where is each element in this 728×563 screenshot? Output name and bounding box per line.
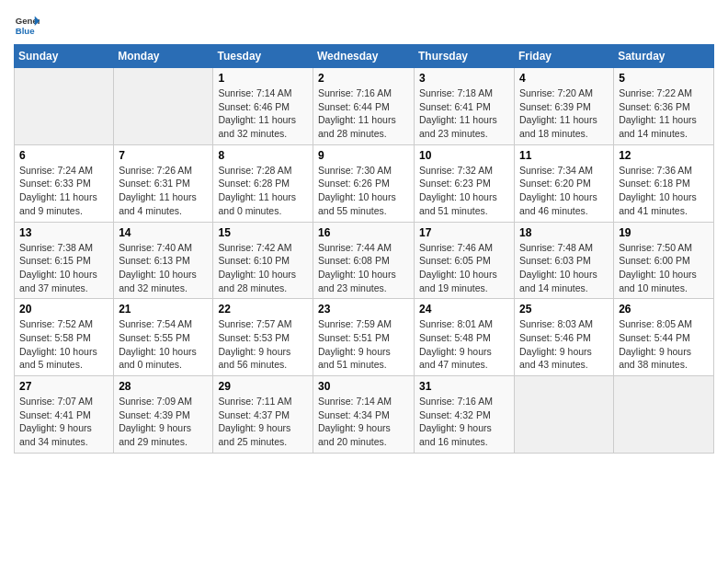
day-number: 4 (519, 72, 609, 85)
day-info: Sunrise: 7:57 AM Sunset: 5:53 PM Dayligh… (218, 317, 308, 372)
day-info: Sunrise: 7:38 AM Sunset: 6:15 PM Dayligh… (19, 241, 108, 295)
day-cell: 15Sunrise: 7:42 AM Sunset: 6:10 PM Dayli… (213, 222, 313, 299)
day-number: 17 (419, 226, 509, 239)
day-info: Sunrise: 7:26 AM Sunset: 6:31 PM Dayligh… (119, 164, 208, 218)
day-number: 8 (218, 149, 308, 162)
week-row-3: 13Sunrise: 7:38 AM Sunset: 6:15 PM Dayli… (15, 222, 714, 299)
day-info: Sunrise: 7:16 AM Sunset: 6:44 PM Dayligh… (318, 86, 409, 141)
day-cell: 1Sunrise: 7:14 AM Sunset: 6:46 PM Daylig… (213, 68, 313, 145)
day-cell: 16Sunrise: 7:44 AM Sunset: 6:08 PM Dayli… (313, 222, 415, 299)
day-number: 26 (619, 303, 709, 316)
day-info: Sunrise: 7:11 AM Sunset: 4:37 PM Dayligh… (218, 395, 308, 449)
day-cell: 6Sunrise: 7:24 AM Sunset: 6:33 PM Daylig… (15, 144, 114, 222)
day-cell: 2Sunrise: 7:16 AM Sunset: 6:44 PM Daylig… (313, 68, 415, 145)
logo-icon: General Blue (14, 13, 40, 39)
day-number: 23 (318, 303, 409, 316)
day-cell: 24Sunrise: 8:01 AM Sunset: 5:48 PM Dayli… (415, 299, 515, 376)
day-info: Sunrise: 7:44 AM Sunset: 6:08 PM Dayligh… (318, 241, 409, 295)
day-cell: 28Sunrise: 7:09 AM Sunset: 4:39 PM Dayli… (114, 376, 213, 454)
day-cell: 20Sunrise: 7:52 AM Sunset: 5:58 PM Dayli… (15, 299, 114, 376)
column-header-tuesday: Tuesday (213, 45, 313, 68)
day-cell: 7Sunrise: 7:26 AM Sunset: 6:31 PM Daylig… (114, 144, 213, 222)
logo: General Blue (14, 13, 43, 39)
day-cell: 25Sunrise: 8:03 AM Sunset: 5:46 PM Dayli… (515, 299, 614, 376)
day-info: Sunrise: 7:20 AM Sunset: 6:39 PM Dayligh… (519, 86, 609, 141)
day-number: 16 (318, 226, 409, 239)
day-number: 13 (19, 226, 108, 239)
day-info: Sunrise: 7:46 AM Sunset: 6:05 PM Dayligh… (419, 241, 509, 295)
day-cell: 8Sunrise: 7:28 AM Sunset: 6:28 PM Daylig… (213, 144, 313, 222)
day-cell: 3Sunrise: 7:18 AM Sunset: 6:41 PM Daylig… (415, 68, 515, 145)
day-info: Sunrise: 7:54 AM Sunset: 5:55 PM Dayligh… (119, 317, 208, 372)
day-info: Sunrise: 7:28 AM Sunset: 6:28 PM Dayligh… (218, 164, 308, 218)
day-number: 5 (619, 72, 709, 85)
day-number: 14 (119, 226, 208, 239)
day-info: Sunrise: 7:22 AM Sunset: 6:36 PM Dayligh… (619, 86, 709, 141)
column-header-thursday: Thursday (415, 45, 515, 68)
day-number: 6 (19, 149, 108, 162)
calendar: SundayMondayTuesdayWednesdayThursdayFrid… (14, 44, 714, 454)
day-info: Sunrise: 7:40 AM Sunset: 6:13 PM Dayligh… (119, 241, 208, 295)
day-number: 22 (218, 303, 308, 316)
day-info: Sunrise: 7:32 AM Sunset: 6:23 PM Dayligh… (419, 164, 509, 218)
day-info: Sunrise: 7:42 AM Sunset: 6:10 PM Dayligh… (218, 241, 308, 295)
day-cell: 27Sunrise: 7:07 AM Sunset: 4:41 PM Dayli… (15, 376, 114, 454)
column-header-saturday: Saturday (614, 45, 714, 68)
header: General Blue (14, 9, 714, 39)
day-info: Sunrise: 7:52 AM Sunset: 5:58 PM Dayligh… (19, 317, 108, 372)
day-info: Sunrise: 7:09 AM Sunset: 4:39 PM Dayligh… (119, 395, 208, 449)
day-number: 1 (218, 72, 308, 85)
day-info: Sunrise: 8:01 AM Sunset: 5:48 PM Dayligh… (419, 317, 509, 372)
day-number: 12 (619, 149, 709, 162)
day-info: Sunrise: 7:34 AM Sunset: 6:20 PM Dayligh… (519, 164, 609, 218)
day-cell: 5Sunrise: 7:22 AM Sunset: 6:36 PM Daylig… (614, 68, 714, 145)
day-number: 21 (119, 303, 208, 316)
day-number: 15 (218, 226, 308, 239)
column-header-wednesday: Wednesday (313, 45, 415, 68)
day-cell: 26Sunrise: 8:05 AM Sunset: 5:44 PM Dayli… (614, 299, 714, 376)
day-number: 10 (419, 149, 509, 162)
day-info: Sunrise: 7:18 AM Sunset: 6:41 PM Dayligh… (419, 86, 509, 141)
day-cell (15, 68, 114, 145)
day-cell (515, 376, 614, 454)
day-number: 7 (119, 149, 208, 162)
day-cell: 29Sunrise: 7:11 AM Sunset: 4:37 PM Dayli… (213, 376, 313, 454)
day-info: Sunrise: 7:14 AM Sunset: 4:34 PM Dayligh… (318, 395, 409, 449)
day-number: 2 (318, 72, 409, 85)
day-cell: 11Sunrise: 7:34 AM Sunset: 6:20 PM Dayli… (515, 144, 614, 222)
day-number: 31 (419, 380, 509, 393)
calendar-header: SundayMondayTuesdayWednesdayThursdayFrid… (15, 45, 714, 68)
day-cell: 22Sunrise: 7:57 AM Sunset: 5:53 PM Dayli… (213, 299, 313, 376)
day-number: 29 (218, 380, 308, 393)
day-number: 19 (619, 226, 709, 239)
day-info: Sunrise: 7:48 AM Sunset: 6:03 PM Dayligh… (519, 241, 609, 295)
day-info: Sunrise: 7:07 AM Sunset: 4:41 PM Dayligh… (19, 395, 108, 449)
day-info: Sunrise: 7:59 AM Sunset: 5:51 PM Dayligh… (318, 317, 409, 372)
day-cell: 9Sunrise: 7:30 AM Sunset: 6:26 PM Daylig… (313, 144, 415, 222)
calendar-body: 1Sunrise: 7:14 AM Sunset: 6:46 PM Daylig… (15, 68, 714, 454)
day-number: 25 (519, 303, 609, 316)
day-number: 3 (419, 72, 509, 85)
day-cell: 13Sunrise: 7:38 AM Sunset: 6:15 PM Dayli… (15, 222, 114, 299)
day-number: 9 (318, 149, 409, 162)
day-number: 30 (318, 380, 409, 393)
day-info: Sunrise: 7:16 AM Sunset: 4:32 PM Dayligh… (419, 395, 509, 449)
day-cell: 12Sunrise: 7:36 AM Sunset: 6:18 PM Dayli… (614, 144, 714, 222)
day-number: 18 (519, 226, 609, 239)
day-cell: 17Sunrise: 7:46 AM Sunset: 6:05 PM Dayli… (415, 222, 515, 299)
day-info: Sunrise: 7:14 AM Sunset: 6:46 PM Dayligh… (218, 86, 308, 141)
day-info: Sunrise: 7:30 AM Sunset: 6:26 PM Dayligh… (318, 164, 409, 218)
week-row-5: 27Sunrise: 7:07 AM Sunset: 4:41 PM Dayli… (15, 376, 714, 454)
day-cell: 14Sunrise: 7:40 AM Sunset: 6:13 PM Dayli… (114, 222, 213, 299)
week-row-2: 6Sunrise: 7:24 AM Sunset: 6:33 PM Daylig… (15, 144, 714, 222)
day-cell: 10Sunrise: 7:32 AM Sunset: 6:23 PM Dayli… (415, 144, 515, 222)
day-info: Sunrise: 7:24 AM Sunset: 6:33 PM Dayligh… (19, 164, 108, 218)
svg-text:Blue: Blue (16, 26, 35, 36)
day-number: 28 (119, 380, 208, 393)
column-header-sunday: Sunday (15, 45, 114, 68)
day-number: 11 (519, 149, 609, 162)
day-cell: 21Sunrise: 7:54 AM Sunset: 5:55 PM Dayli… (114, 299, 213, 376)
week-row-4: 20Sunrise: 7:52 AM Sunset: 5:58 PM Dayli… (15, 299, 714, 376)
week-row-1: 1Sunrise: 7:14 AM Sunset: 6:46 PM Daylig… (15, 68, 714, 145)
day-cell: 30Sunrise: 7:14 AM Sunset: 4:34 PM Dayli… (313, 376, 415, 454)
